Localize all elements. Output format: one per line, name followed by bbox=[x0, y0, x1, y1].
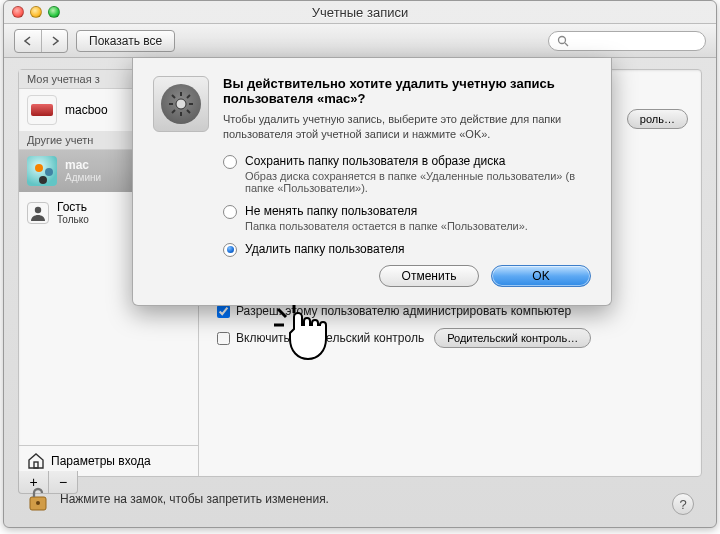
option-label: Удалить папку пользователя bbox=[245, 242, 405, 256]
svg-line-14 bbox=[172, 110, 175, 113]
search-field[interactable] bbox=[548, 31, 706, 51]
ok-button[interactable]: OK bbox=[491, 265, 591, 287]
sheet-heading: Вы действительно хотите удалить учетную … bbox=[223, 76, 591, 106]
cancel-button[interactable]: Отменить bbox=[379, 265, 479, 287]
option-delete-folder[interactable]: Удалить папку пользователя bbox=[223, 242, 591, 257]
sheet-options: Сохранить папку пользователя в образе ди… bbox=[223, 154, 591, 257]
option-desc: Папка пользователя остается в папке «Пол… bbox=[245, 220, 528, 232]
titlebar: Учетные записи bbox=[4, 1, 716, 24]
delete-account-sheet: Вы действительно хотите удалить учетную … bbox=[132, 58, 612, 306]
svg-line-12 bbox=[187, 110, 190, 113]
svg-point-6 bbox=[176, 99, 186, 109]
chevron-left-icon bbox=[23, 36, 33, 46]
svg-line-11 bbox=[172, 95, 175, 98]
toolbar: Показать все bbox=[4, 24, 716, 58]
sheet-subtext: Чтобы удалить учетную запись, выберите э… bbox=[223, 112, 591, 142]
radio-button[interactable] bbox=[223, 205, 237, 219]
gear-icon bbox=[168, 91, 194, 117]
option-label: Сохранить папку пользователя в образе ди… bbox=[245, 154, 591, 168]
nav-segment bbox=[14, 29, 68, 53]
radio-button[interactable] bbox=[223, 243, 237, 257]
window-title: Учетные записи bbox=[4, 5, 716, 20]
option-save-disk-image[interactable]: Сохранить папку пользователя в образе ди… bbox=[223, 154, 591, 194]
forward-button[interactable] bbox=[41, 30, 67, 52]
show-all-button[interactable]: Показать все bbox=[76, 30, 175, 52]
back-button[interactable] bbox=[15, 30, 41, 52]
option-label: Не менять папку пользователя bbox=[245, 204, 528, 218]
option-keep-folder[interactable]: Не менять папку пользователя Папка польз… bbox=[223, 204, 591, 232]
option-desc: Образ диска сохраняется в папке «Удаленн… bbox=[245, 170, 591, 194]
radio-button[interactable] bbox=[223, 155, 237, 169]
svg-point-0 bbox=[559, 36, 566, 43]
svg-line-13 bbox=[187, 95, 190, 98]
chevron-right-icon bbox=[50, 36, 60, 46]
search-icon bbox=[557, 35, 569, 47]
svg-line-1 bbox=[565, 43, 568, 46]
prefs-app-icon bbox=[153, 76, 209, 132]
